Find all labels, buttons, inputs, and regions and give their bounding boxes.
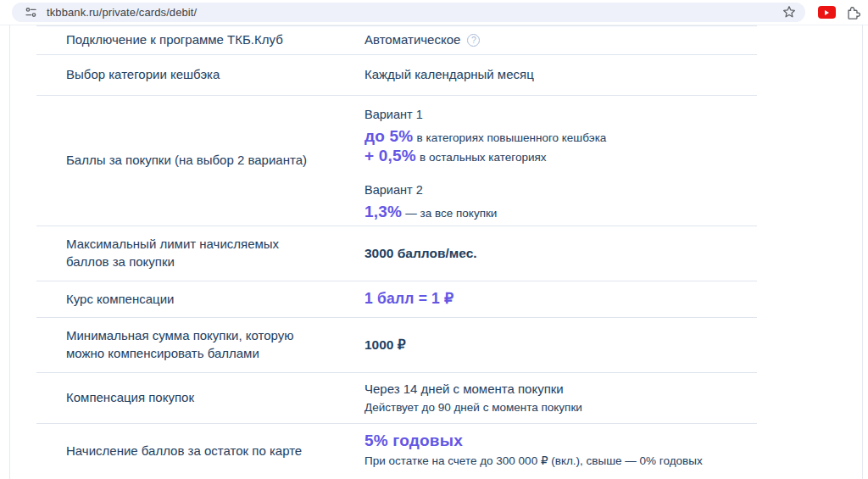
- table-row-purchase-compensation: Компенсация покупок Через 14 дней с моме…: [36, 373, 757, 424]
- url-text[interactable]: tkbbank.ru/private/cards/debit/: [47, 6, 197, 19]
- row-value: 1000 ₽: [364, 337, 757, 354]
- browser-toolbar: tkbbank.ru/private/cards/debit/: [0, 0, 868, 25]
- table-row-purchase-points: Баллы за покупки (на выбор 2 варианта) В…: [36, 96, 757, 226]
- row-label: Курс компенсации: [36, 281, 364, 317]
- address-bar[interactable]: tkbbank.ru/private/cards/debit/: [12, 3, 805, 22]
- row-label: Баллы за покупки (на выбор 2 варианта): [36, 96, 364, 226]
- card-specs-table: Подключение к программе ТКБ.Клуб Автомат…: [36, 25, 757, 479]
- table-row-club-program: Подключение к программе ТКБ.Клуб Автомат…: [36, 25, 757, 55]
- variant-1-block: Вариант 1 до 5% в категориях повышенного…: [364, 107, 757, 166]
- variant-2-block: Вариант 2 1,3% — за все покупки: [364, 182, 757, 221]
- table-row-cashback-category: Выбор категории кешбэка Каждый календарн…: [36, 55, 757, 96]
- bookmark-star-icon[interactable]: [782, 5, 796, 19]
- page-left-border: [9, 25, 10, 479]
- row-value: Автоматическое: [364, 31, 460, 48]
- variant-1-title: Вариант 1: [364, 107, 757, 124]
- variant-2-rate-desc: — за все покупки: [405, 207, 497, 220]
- variant-1-rate-high-desc: в категориях повышенного кешбэка: [417, 131, 607, 144]
- table-row-balance-interest: Начисление баллов за остаток по карте 5%…: [36, 424, 757, 479]
- table-row-points-limit: Максимальный лимит начисляемых баллов за…: [36, 226, 757, 281]
- site-info-icon[interactable]: [25, 6, 37, 19]
- page-right-border: [862, 25, 863, 479]
- row-value-note: Действует до 90 дней с момента покупки: [364, 400, 757, 415]
- row-value: 5% годовых: [364, 430, 757, 452]
- row-label: Максимальный лимит начисляемых баллов за…: [36, 226, 364, 281]
- row-value: Через 14 дней с момента покупки: [364, 381, 757, 398]
- row-label: Начисление баллов за остаток по карте: [36, 424, 364, 479]
- table-row-min-purchase: Минимальная сумма покупки, которую можно…: [36, 318, 757, 373]
- extensions-puzzle-icon[interactable]: [845, 4, 860, 23]
- table-row-compensation-rate: Курс компенсации 1 балл = 1 ₽: [36, 281, 757, 318]
- youtube-extension-icon[interactable]: [818, 6, 836, 19]
- row-label: Выбор категории кешбэка: [36, 55, 364, 95]
- row-value-note: При остатке на счете до 300 000 ₽ (вкл.)…: [364, 454, 757, 469]
- row-label: Подключение к программе ТКБ.Клуб: [36, 26, 364, 54]
- row-value: Каждый календарный месяц: [364, 55, 757, 95]
- row-label: Минимальная сумма покупки, которую можно…: [36, 318, 364, 372]
- variant-2-title: Вариант 2: [364, 182, 757, 199]
- variant-1-rate-base-desc: в остальных категориях: [420, 151, 547, 164]
- variant-1-rate-high: до 5%: [364, 127, 413, 145]
- row-value: 3000 баллов/мес.: [364, 245, 757, 263]
- play-icon: [825, 10, 829, 15]
- variant-2-rate: 1,3%: [364, 203, 402, 220]
- variant-1-rate-base: + 0,5%: [364, 147, 416, 164]
- row-label: Компенсация покупок: [36, 373, 364, 423]
- help-icon[interactable]: ?: [467, 34, 480, 47]
- row-value: 1 балл = 1 ₽: [364, 289, 757, 309]
